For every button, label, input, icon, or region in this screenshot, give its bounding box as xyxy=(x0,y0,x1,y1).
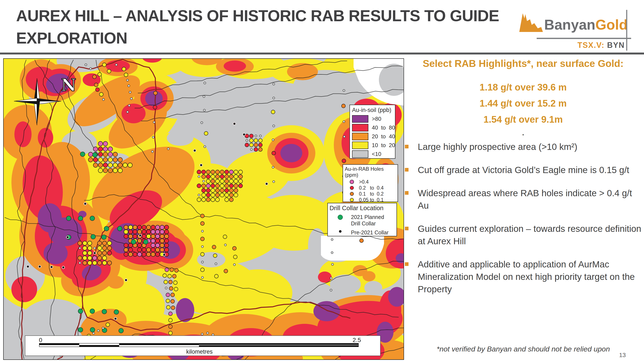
drill-hole-dot xyxy=(198,176,200,178)
drill-hole-dot xyxy=(225,175,229,179)
drill-hole-dot xyxy=(139,234,142,237)
drill-hole-dot xyxy=(138,248,142,252)
drill-hole-dot xyxy=(156,252,160,257)
drill-hole-dot xyxy=(103,147,108,151)
bullet-item: Cut off grade at Victoria Gold’s Eagle m… xyxy=(404,164,642,176)
drill-hole-dot xyxy=(126,79,128,81)
drill-hole-dot xyxy=(174,281,177,285)
drill-hole-dot xyxy=(78,328,83,332)
drill-hole-dot xyxy=(124,225,128,230)
drill-hole-dot xyxy=(171,293,174,297)
drill-hole-dot xyxy=(201,246,204,248)
drill-hole-dot xyxy=(250,143,253,147)
drill-hole-dot xyxy=(98,256,102,260)
drill-hole-dot xyxy=(229,170,233,174)
legend-au-in-rab-holes: Au-in-RAB Holes (ppm) >0.40.2 to 0.40.1 … xyxy=(342,164,398,202)
drill-hole-dot xyxy=(125,279,127,281)
drill-hole-dot xyxy=(259,135,262,137)
drill-hole-dot xyxy=(203,95,205,98)
highlight-intercept: 1.18 g/t over 39.6 m xyxy=(404,79,642,95)
drill-hole-dot xyxy=(233,122,236,125)
logo-text-gold: Gold xyxy=(595,17,628,32)
drill-hole-dot xyxy=(201,261,204,263)
drill-hole-dot xyxy=(164,280,168,284)
drill-hole-dot xyxy=(113,163,118,167)
drill-hole-dot xyxy=(160,248,164,252)
drill-hole-dot xyxy=(238,179,242,183)
drill-hole-dot xyxy=(98,163,103,167)
drill-hole-dot xyxy=(92,332,95,334)
drill-hole-dot xyxy=(118,163,122,167)
ticker-symbol: BYN xyxy=(607,41,625,49)
drill-hole-dot xyxy=(78,256,82,260)
legend-rab-item: >0.4 xyxy=(345,179,396,185)
drill-hole-dot xyxy=(102,235,106,240)
drill-hole-dot xyxy=(126,111,128,113)
drill-hole-dot xyxy=(102,327,104,329)
drill-hole-dot xyxy=(197,198,201,202)
drill-hole-dot xyxy=(138,225,142,230)
legend-rab-label: 0.1 to 0.2 xyxy=(359,191,384,197)
drill-hole-dot xyxy=(213,254,217,258)
scale-start-label: 0 xyxy=(39,337,42,343)
drill-hole-dot xyxy=(138,239,142,243)
drill-hole-dot xyxy=(90,216,95,221)
legend-soil-item: <10 xyxy=(352,150,393,158)
drill-hole-dot xyxy=(98,72,102,76)
drill-hole-dot xyxy=(92,256,97,260)
drill-hole-dot xyxy=(164,248,169,252)
drill-hole-dot xyxy=(102,256,107,260)
drill-hole-dot xyxy=(254,139,258,142)
drill-hole-dot xyxy=(204,146,206,148)
drill-hole-dot xyxy=(169,287,173,290)
page-title: AUREX HILL – ANALYSIS OF HISTORIC RAB RE… xyxy=(16,5,516,49)
drill-hole-dot xyxy=(92,75,96,79)
drill-hole-dot xyxy=(107,241,112,245)
drill-hole-dot xyxy=(265,183,268,185)
drill-hole-dot xyxy=(66,216,71,221)
drill-hole-dot xyxy=(168,331,172,335)
legend-soil-title: Au-in-soil (ppb) xyxy=(352,107,393,113)
legend-dot-wrap xyxy=(345,198,359,202)
legend-dot-wrap xyxy=(330,229,351,233)
drill-hole-dot xyxy=(206,179,210,183)
drill-hole-dot xyxy=(234,189,238,193)
presentation-slide: AUREX HILL – ANALYSIS OF HISTORIC RAB RE… xyxy=(0,0,644,362)
drill-hole-dot xyxy=(194,149,196,152)
drill-hole-dot xyxy=(202,170,206,174)
drill-hole-dot xyxy=(211,179,215,183)
legend-collar-label: Pre-2021 Collar xyxy=(351,229,388,236)
highlights-panel: Select RAB Highlights*, near surface Gol… xyxy=(404,57,642,306)
drill-hole-dot xyxy=(220,175,224,179)
bullet-text: Guides current exploration – towards res… xyxy=(418,224,641,246)
legend-soil-label: 10 to 20 xyxy=(372,142,395,149)
drill-hole-dot xyxy=(272,139,274,141)
logo-wordmark: BanyanGold xyxy=(544,17,628,32)
logo-text-banyan: Banyan xyxy=(544,17,595,32)
drill-hole-dot xyxy=(160,225,164,230)
drill-hole-dot xyxy=(168,274,172,278)
drill-hole-dot xyxy=(146,234,151,239)
drill-hole-dot xyxy=(360,239,364,243)
drill-hole-dot xyxy=(220,193,224,197)
drill-hole-dot xyxy=(102,241,107,245)
drill-hole-dot xyxy=(234,175,238,179)
drill-hole-dot xyxy=(108,152,113,157)
bullet-square-icon xyxy=(405,262,408,266)
drill-hole-dot xyxy=(138,252,142,257)
drill-hole-dot xyxy=(113,152,118,157)
drill-hole-dot xyxy=(202,175,206,179)
drill-hole-dot xyxy=(272,166,274,168)
footnote: *not verified by Banyan and should not b… xyxy=(437,345,610,353)
drill-hole-dot xyxy=(164,243,169,248)
bullet-square-icon xyxy=(405,145,408,148)
drill-hole-dot xyxy=(124,234,128,239)
drill-hole-dot xyxy=(198,194,200,196)
drill-hole-dot xyxy=(273,125,275,127)
drill-hole-dot xyxy=(142,252,146,257)
drill-hole-dot xyxy=(108,168,113,173)
drill-hole-dot xyxy=(94,252,96,254)
drill-hole-dot xyxy=(160,239,164,243)
drill-hole-dot xyxy=(164,234,169,239)
drill-hole-dot xyxy=(108,158,113,162)
